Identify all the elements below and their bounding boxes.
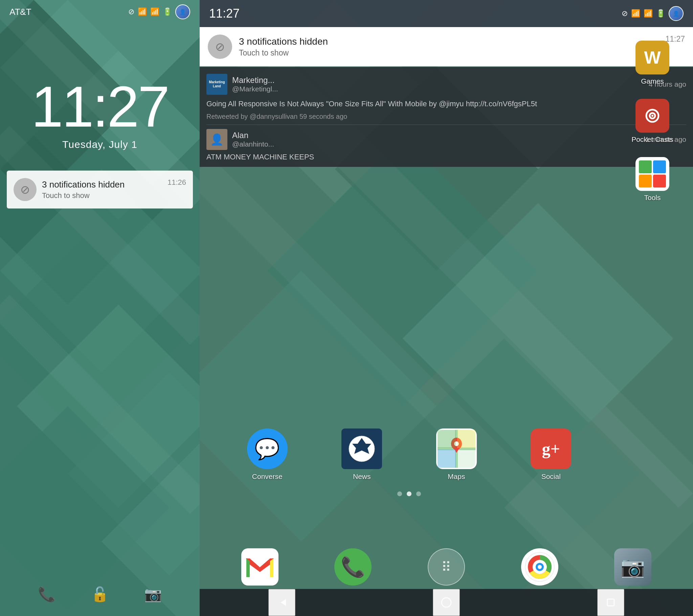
lock-status-bar: AT&T ⊘ 📶 📶 🔋 👤 xyxy=(0,0,200,24)
top-notif-icon-circle: ⊘ xyxy=(208,35,232,59)
svg-point-30 xyxy=(651,115,653,117)
home-status-bar: 11:27 ⊘ 📶 📶 🔋 👤 xyxy=(200,0,693,27)
home-avatar: 👤 xyxy=(669,6,684,21)
notif-subtitle: Touch to show xyxy=(42,191,162,200)
app-dock: 📞 ⠿ 📷 xyxy=(200,545,693,589)
notif-text: 3 notifications hidden Touch to show xyxy=(42,179,162,200)
news-app[interactable]: News xyxy=(341,428,382,481)
status-icons: ⊘ 📶 📶 🔋 👤 xyxy=(128,4,190,19)
converse-label: Converse xyxy=(252,473,282,481)
page-dot-1 xyxy=(397,492,402,496)
tools-label: Tools xyxy=(644,194,660,202)
games-label: Games xyxy=(641,77,664,85)
pocketcasts-label: Pocket Casts xyxy=(631,135,673,143)
lock-bottom-bar: 📞 🔓 📷 xyxy=(0,576,200,616)
tweet1-header: MarketingLand Marketing... @Marketingl..… xyxy=(206,74,686,95)
svg-rect-51 xyxy=(246,558,250,577)
svg-rect-33 xyxy=(653,160,666,173)
games-icon[interactable]: W xyxy=(635,41,669,75)
phone-icon[interactable]: 📞 xyxy=(334,548,372,585)
phone-icon[interactable]: 📞 xyxy=(38,586,56,602)
tweet2-handle: @alanhinto... xyxy=(232,140,274,148)
tweet2-username: Alan xyxy=(232,131,249,140)
tweet2-header: 👤 Alan @alanhinto... 1 minute ago xyxy=(206,129,686,150)
news-icon[interactable] xyxy=(341,428,382,469)
svg-point-59 xyxy=(441,598,451,607)
camera-dock-app[interactable]: 📷 xyxy=(614,548,651,585)
notif-block-icon-container: ⊘ xyxy=(14,178,37,201)
block-icon: ⊘ xyxy=(20,183,30,196)
games-app[interactable]: W Games xyxy=(635,41,669,85)
home-clock: 11:27 xyxy=(209,6,240,21)
tools-icon[interactable] xyxy=(635,157,669,191)
camera-icon[interactable]: 📷 xyxy=(144,586,162,602)
converse-app[interactable]: 💬 Converse xyxy=(247,428,288,481)
notif-title: 3 notifications hidden xyxy=(42,179,162,190)
social-label: Social xyxy=(541,473,561,481)
svg-rect-35 xyxy=(653,175,666,188)
phone-dock-app[interactable]: 📞 xyxy=(334,548,372,585)
apps-dock-app[interactable]: ⠿ xyxy=(428,548,465,585)
maps-label: Maps xyxy=(448,473,465,481)
maps-app[interactable]: Maps xyxy=(436,428,477,481)
home-wifi-icon: 📶 xyxy=(631,9,640,18)
tweet1-username: Marketing... xyxy=(232,76,274,84)
page-dots xyxy=(200,492,618,496)
battery-icon: 🔋 xyxy=(163,7,172,16)
social-icon[interactable]: g+ xyxy=(531,428,571,469)
carrier-label: AT&T xyxy=(9,7,32,17)
gmail-dock-app[interactable] xyxy=(241,548,278,585)
avatar: 👤 xyxy=(175,4,190,19)
navigation-bar xyxy=(200,589,693,616)
home-no-disturb-icon: ⊘ xyxy=(621,9,628,18)
no-disturb-icon: ⊘ xyxy=(128,7,134,16)
svg-rect-34 xyxy=(639,175,652,188)
tweet1-handle: @Marketingl... xyxy=(232,85,278,93)
tweet2-body: ATM MONEY MACHINE KEEPS xyxy=(206,153,686,161)
lock-date: Tuesday, July 1 xyxy=(0,139,200,150)
svg-rect-47 xyxy=(457,430,475,448)
top-notif-title: 3 notifications hidden xyxy=(239,36,658,47)
svg-rect-46 xyxy=(437,430,456,448)
lock-screen: AT&T ⊘ 📶 📶 🔋 👤 11:27 Tuesday, July 1 ⊘ 3… xyxy=(0,0,200,616)
lock-clock: 11:27 xyxy=(0,78,200,135)
wifi-icon: 📶 xyxy=(138,7,147,16)
pocketcasts-app[interactable]: Pocket Casts xyxy=(631,99,673,143)
home-button[interactable] xyxy=(433,589,460,616)
tools-app[interactable]: Tools xyxy=(635,157,669,202)
lock-time-display: 11:27 Tuesday, July 1 xyxy=(0,78,200,150)
camera-icon[interactable]: 📷 xyxy=(614,548,651,585)
lock-icon[interactable]: 🔓 xyxy=(91,586,108,602)
tweet1-user-info: Marketing... @Marketingl... xyxy=(232,76,644,93)
apps-icon[interactable]: ⠿ xyxy=(428,548,465,585)
page-dot-3 xyxy=(416,492,421,496)
tweet2-avatar: 👤 xyxy=(206,129,227,150)
signal-icon: 📶 xyxy=(150,7,159,16)
svg-rect-60 xyxy=(607,599,614,606)
converse-icon[interactable]: 💬 xyxy=(247,428,288,469)
chrome-dock-app[interactable] xyxy=(521,548,558,585)
svg-point-57 xyxy=(538,565,542,569)
page-dot-2 xyxy=(407,492,412,496)
recents-button[interactable] xyxy=(597,589,624,616)
home-battery-icon: 🔋 xyxy=(656,9,665,18)
lock-notification-card[interactable]: ⊘ 3 notifications hidden Touch to show 1… xyxy=(7,171,193,209)
chrome-icon[interactable] xyxy=(521,548,558,585)
svg-rect-32 xyxy=(639,160,652,173)
news-label: News xyxy=(353,473,371,481)
top-block-icon: ⊘ xyxy=(215,40,225,54)
home-apps-row: 💬 Converse News xyxy=(200,422,618,487)
top-notif-subtitle: Touch to show xyxy=(239,49,658,58)
home-status-icons: ⊘ 📶 📶 🔋 👤 xyxy=(621,6,684,21)
right-app-column: W Games Pocket Casts Tools xyxy=(618,34,693,209)
tweet2-user-info: Alan @alanhinto... xyxy=(232,131,640,148)
home-screen: 11:27 ⊘ 📶 📶 🔋 👤 ⊘ 3 notifications hidden… xyxy=(200,0,693,616)
back-button[interactable] xyxy=(268,589,295,616)
gmail-icon[interactable] xyxy=(241,548,278,585)
maps-icon[interactable] xyxy=(436,428,477,469)
social-app[interactable]: g+ Social xyxy=(531,428,571,481)
notif-timestamp: 11:26 xyxy=(167,178,186,187)
svg-marker-58 xyxy=(280,599,286,606)
pocketcasts-icon[interactable] xyxy=(635,99,669,133)
svg-rect-52 xyxy=(270,558,273,577)
